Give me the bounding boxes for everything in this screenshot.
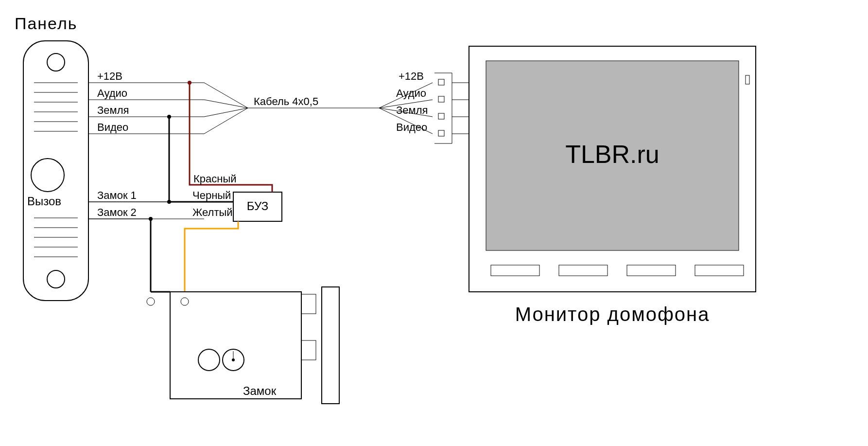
panel-body	[23, 41, 88, 301]
panel-wire-12v: +12В	[97, 70, 122, 82]
svg-rect-42	[301, 340, 316, 360]
lock-body	[170, 292, 301, 399]
svg-rect-27	[438, 96, 444, 102]
panel-call-button	[31, 159, 64, 192]
wiring-diagram: Панель Вызов +12В Аудио Земля Видео Замо…	[0, 0, 868, 446]
panel-wire-video: Видео	[97, 121, 128, 133]
svg-point-43	[198, 349, 220, 371]
panel-wire-lock2: Замок 2	[97, 206, 137, 218]
svg-rect-41	[301, 294, 316, 314]
monitor-term-audio: Аудио	[396, 87, 426, 99]
svg-rect-26	[438, 79, 444, 85]
svg-line-18	[204, 100, 248, 108]
panel-wire-lock1: Замок 1	[97, 189, 137, 201]
svg-rect-29	[438, 130, 444, 136]
monitor-term-video: Видео	[396, 121, 427, 133]
cable-label: Кабель 4х0,5	[254, 95, 318, 107]
panel-call-label: Вызов	[27, 195, 61, 208]
panel-wire-ground: Земля	[97, 104, 129, 116]
svg-line-17	[204, 83, 248, 108]
panel-title: Панель	[15, 14, 77, 33]
wire-yellow-label: Желтый	[192, 206, 233, 218]
svg-point-39	[181, 298, 189, 305]
monitor-led-icon	[746, 75, 749, 84]
monitor-button-2	[559, 265, 608, 276]
monitor-title: Монитор домофона	[515, 303, 710, 325]
monitor-screen-text: TLBR.ru	[565, 140, 660, 168]
svg-point-46	[232, 358, 235, 361]
wire-red-label: Красный	[193, 173, 237, 185]
monitor-button-1	[491, 265, 539, 276]
svg-rect-28	[438, 113, 444, 119]
monitor-term-12v: +12В	[399, 70, 424, 82]
monitor-term-ground: Земля	[396, 104, 428, 116]
wire-yellow	[185, 221, 238, 292]
svg-point-40	[147, 298, 155, 305]
monitor-button-4	[695, 265, 744, 276]
terminal-block	[434, 73, 452, 143]
panel-screw-bottom	[47, 270, 65, 288]
lock-strike-plate	[322, 287, 339, 404]
monitor-button-3	[627, 265, 676, 276]
panel-wire-audio: Аудио	[97, 87, 127, 99]
buz-label: БУЗ	[247, 199, 268, 213]
svg-line-19	[204, 108, 248, 117]
lock-label: Замок	[243, 384, 277, 397]
svg-line-20	[204, 108, 248, 134]
wire-black-label: Черный	[192, 189, 231, 201]
panel-screw-top	[47, 54, 65, 71]
